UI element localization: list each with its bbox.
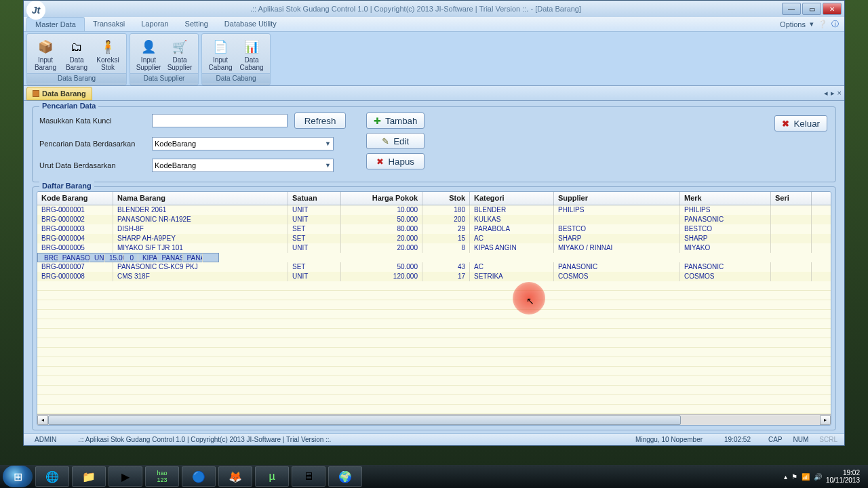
- ribbon-item[interactable]: 🗂DataBarang: [61, 35, 92, 73]
- table-cell: KIPAS ANGIN: [138, 253, 157, 262]
- column-header[interactable]: Harga Pokok: [341, 192, 422, 205]
- table-cell: BRG-0000008: [37, 272, 113, 281]
- horizontal-scrollbar[interactable]: ◂ ▸: [37, 414, 831, 425]
- status-scrl: SCRL: [819, 436, 837, 443]
- table-cell: SET: [288, 234, 341, 243]
- ribbon-label: DataSupplier: [167, 56, 193, 71]
- tray-clock[interactable]: 19:02 10/11/2013: [826, 469, 860, 484]
- chevron-down-icon[interactable]: ▾: [810, 20, 814, 28]
- column-header[interactable]: Kategori: [470, 192, 554, 205]
- help-icon[interactable]: ❔: [818, 20, 827, 28]
- menu-database-utility[interactable]: Database Utility: [216, 17, 285, 31]
- sortby-select[interactable]: KodeBarang▼: [152, 159, 334, 172]
- ribbon-item[interactable]: 🛒DataSupplier: [164, 35, 195, 73]
- ribbon-item[interactable]: 🧍KoreksiStok: [92, 35, 123, 73]
- refresh-button[interactable]: Refresh: [294, 113, 346, 129]
- menu-transaksi[interactable]: Transaksi: [85, 17, 133, 31]
- column-header[interactable]: Kode Barang: [37, 192, 113, 205]
- tray-flag-icon[interactable]: ⚑: [791, 473, 797, 481]
- ribbon-item[interactable]: 👤InputSupplier: [133, 35, 164, 73]
- status-time: 19:02:52: [720, 436, 755, 443]
- menu-setting[interactable]: Setting: [177, 17, 216, 31]
- column-header[interactable]: Satuan: [288, 192, 341, 205]
- column-header[interactable]: Supplier: [554, 192, 680, 205]
- ribbon-icon: 👤: [139, 37, 158, 56]
- search-groupbox: Pencarian Data Masukkan Kata Kunci Refre…: [32, 106, 836, 182]
- column-header[interactable]: Merk: [680, 192, 771, 205]
- table-row[interactable]: BRG-0000006PANASONIC F-EK 306UNIT15.0000…: [37, 253, 219, 262]
- taskbar-ie-icon[interactable]: 🌐: [35, 466, 69, 487]
- table-body[interactable]: BRG-0000001BLENDER 2061UNIT10.000180BLEN…: [37, 205, 831, 414]
- taskbar[interactable]: ⊞ 🌐 📁 ▶ hao123 🔵 🦊 µ 🖥 🌍 ▴ ⚑ 📶 🔊 19:02 1…: [0, 465, 868, 488]
- table-cell: SETRIKA: [470, 272, 554, 281]
- table-cell: BRG-0000002: [37, 215, 113, 224]
- table-cell: COSMOS: [554, 272, 680, 281]
- table-row[interactable]: BRG-0000008CMS 318FUNIT120.00017SETRIKAC…: [37, 272, 831, 281]
- menubar: Master Data Transaksi Laporan Setting Da…: [24, 17, 844, 32]
- maximize-button[interactable]: ▭: [802, 3, 821, 15]
- taskbar-app-icon[interactable]: 🖥: [292, 466, 326, 487]
- table-cell: PARABOLA: [470, 224, 554, 234]
- table-groupbox: Daftar Barang Kode BarangNama BarangSatu…: [32, 186, 836, 430]
- tray-network-icon[interactable]: 📶: [802, 473, 810, 481]
- table-row[interactable]: BRG-0000001BLENDER 2061UNIT10.000180BLEN…: [37, 205, 831, 215]
- table-cell: UNIT: [288, 215, 341, 224]
- delete-icon: [376, 157, 384, 167]
- close-button[interactable]: ✕: [823, 3, 842, 15]
- table-cell: [771, 205, 812, 215]
- taskbar-chrome-icon[interactable]: 🔵: [182, 466, 216, 487]
- table-cell: BRG-0000006: [40, 253, 58, 262]
- scroll-right-icon[interactable]: ▸: [820, 415, 831, 425]
- start-button[interactable]: ⊞: [3, 466, 33, 487]
- options-menu[interactable]: Options: [780, 20, 806, 28]
- edit-button[interactable]: Edit: [366, 133, 425, 149]
- ribbon-item[interactable]: 📦InputBarang: [30, 35, 61, 73]
- table-row[interactable]: BRG-0000003DISH-8FSET80.00029PARABOLABES…: [37, 224, 831, 234]
- table-cell: UNIT: [288, 243, 341, 253]
- column-header[interactable]: Seri: [771, 192, 812, 205]
- hapus-button[interactable]: Hapus: [366, 153, 425, 169]
- scrollbar-thumb[interactable]: [48, 415, 681, 425]
- taskbar-media-icon[interactable]: ▶: [108, 466, 142, 487]
- table-cell: 50.000: [341, 262, 422, 272]
- table-cell: 200: [422, 215, 470, 224]
- table-cell: BRG-0000001: [37, 205, 113, 215]
- taskbar-globe-icon[interactable]: 🌍: [328, 466, 362, 487]
- table-row[interactable]: BRG-0000007PANASONIC CS-KC9 PKJSET50.000…: [37, 262, 831, 272]
- searchby-select[interactable]: KodeBarang▼: [152, 137, 334, 150]
- table-header: Kode BarangNama BarangSatuanHarga PokokS…: [37, 192, 831, 205]
- taskbar-utorrent-icon[interactable]: µ: [255, 466, 289, 487]
- ribbon-item[interactable]: 📄InputCabang: [205, 35, 236, 73]
- taskbar-hao123-icon[interactable]: hao123: [145, 466, 179, 487]
- table-cell: BLENDER 2061: [113, 205, 288, 215]
- table-row[interactable]: BRG-0000002PANASONIC NR-A192EUNIT50.0002…: [37, 215, 831, 224]
- table-cell: AC: [470, 234, 554, 243]
- minimize-button[interactable]: —: [782, 3, 801, 15]
- taskbar-firefox-icon[interactable]: 🦊: [218, 466, 252, 487]
- table-row[interactable]: BRG-0000004SHARP AH-A9PEYSET20.00015ACSH…: [37, 234, 831, 243]
- statusbar: ADMIN .:: Aplikasi Stok Gudang Control 1…: [24, 433, 844, 445]
- data-table: Kode BarangNama BarangSatuanHarga PokokS…: [37, 191, 831, 426]
- menu-laporan[interactable]: Laporan: [133, 17, 176, 31]
- tab-next-icon[interactable]: ▸: [831, 89, 835, 98]
- tab-prev-icon[interactable]: ◂: [824, 89, 828, 98]
- titlebar[interactable]: Jt .:: Aplikasi Stok Gudang Control 1.0 …: [24, 1, 844, 17]
- keyword-input[interactable]: [152, 114, 288, 127]
- tray-up-icon[interactable]: ▴: [784, 473, 787, 481]
- table-row[interactable]: BRG-0000005MIYAKO S/F TJR 101UNIT20.0008…: [37, 243, 831, 253]
- about-icon[interactable]: ⓘ: [831, 19, 839, 29]
- tab-close-icon[interactable]: ×: [837, 89, 842, 98]
- ribbon-item[interactable]: 📊DataCabang: [236, 35, 267, 73]
- plus-icon: [374, 116, 381, 126]
- taskbar-explorer-icon[interactable]: 📁: [72, 466, 106, 487]
- table-cell: PANASONIC: [157, 253, 182, 262]
- scroll-left-icon[interactable]: ◂: [37, 415, 48, 425]
- keluar-button[interactable]: Keluar: [774, 115, 827, 131]
- table-cell: MIYAKO / RINNAI: [554, 243, 680, 253]
- tray-volume-icon[interactable]: 🔊: [814, 473, 822, 481]
- column-header[interactable]: Nama Barang: [113, 192, 288, 205]
- tab-data-barang[interactable]: Data Barang: [26, 87, 92, 100]
- column-header[interactable]: Stok: [422, 192, 470, 205]
- tambah-button[interactable]: Tambah: [366, 113, 425, 129]
- table-cell: 80.000: [341, 224, 422, 234]
